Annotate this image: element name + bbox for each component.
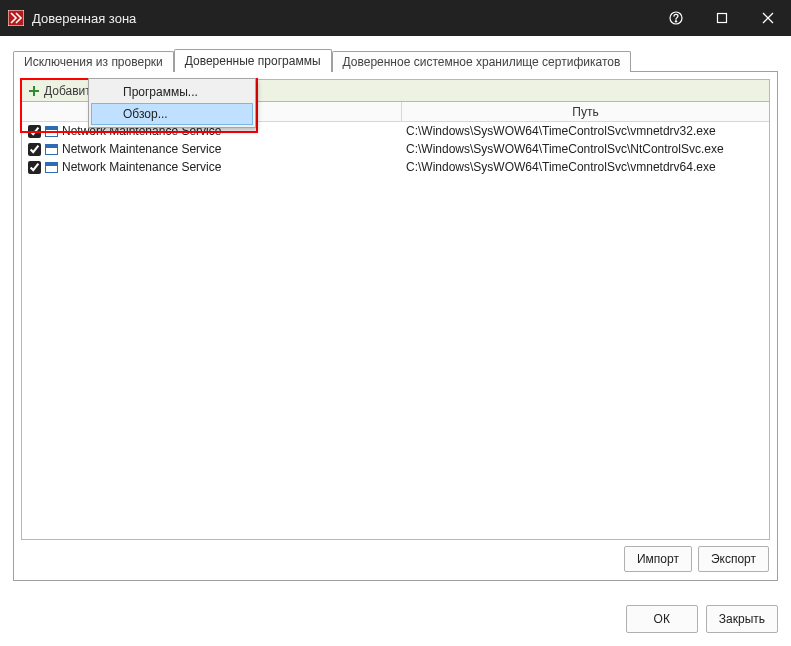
row-checkbox[interactable] — [28, 125, 41, 138]
table-body: Network Maintenance Service C:\Windows\S… — [22, 122, 769, 176]
add-button[interactable]: Добавить — [28, 84, 97, 98]
add-dropdown-menu: Программы... Обзор... — [88, 78, 256, 128]
tab-panel: Добавить Изменить Удалить Программа Путь — [13, 71, 778, 581]
close-dialog-button[interactable]: Закрыть — [706, 605, 778, 633]
app-icon — [45, 162, 58, 173]
row-path: C:\Windows\SysWOW64\TimeControlSvc\vmnet… — [402, 124, 769, 138]
btn-label: Импорт — [637, 552, 679, 566]
row-path: C:\Windows\SysWOW64\TimeControlSvc\NtCon… — [402, 142, 769, 156]
row-program: Network Maintenance Service — [62, 160, 221, 174]
app-icon — [45, 144, 58, 155]
tab-label: Доверенное системное хранилище сертифика… — [343, 55, 621, 69]
plus-icon — [28, 85, 40, 97]
help-button[interactable] — [653, 0, 699, 36]
table-row[interactable]: Network Maintenance Service C:\Windows\S… — [22, 140, 769, 158]
tabstrip: Исключения из проверки Доверенные програ… — [13, 49, 778, 71]
tab-label: Доверенные программы — [185, 54, 321, 68]
app-icon — [45, 126, 58, 137]
list-container: Добавить Изменить Удалить Программа Путь — [21, 79, 770, 540]
menu-item-browse[interactable]: Обзор... — [91, 103, 253, 125]
export-button[interactable]: Экспорт — [698, 546, 769, 572]
tab-trusted-cert-store[interactable]: Доверенное системное хранилище сертифика… — [332, 51, 632, 72]
app-logo — [8, 10, 24, 26]
row-checkbox[interactable] — [28, 161, 41, 174]
maximize-button[interactable] — [699, 0, 745, 36]
close-button[interactable] — [745, 0, 791, 36]
window-title: Доверенная зона — [32, 11, 136, 26]
tab-trusted-programs[interactable]: Доверенные программы — [174, 49, 332, 72]
row-checkbox[interactable] — [28, 143, 41, 156]
menu-item-label: Обзор... — [123, 107, 168, 121]
btn-label: Экспорт — [711, 552, 756, 566]
row-program: Network Maintenance Service — [62, 142, 221, 156]
menu-item-label: Программы... — [123, 85, 198, 99]
menu-item-programs[interactable]: Программы... — [91, 81, 253, 103]
col-path[interactable]: Путь — [402, 102, 769, 121]
svg-rect-3 — [718, 14, 727, 23]
tab-exclusions[interactable]: Исключения из проверки — [13, 51, 174, 72]
table-row[interactable]: Network Maintenance Service C:\Windows\S… — [22, 158, 769, 176]
panel-actions: Импорт Экспорт — [624, 546, 769, 572]
import-button[interactable]: Импорт — [624, 546, 692, 572]
dialog-actions: ОК Закрыть — [626, 605, 778, 633]
btn-label: Закрыть — [719, 612, 765, 626]
svg-point-2 — [675, 21, 677, 23]
row-path: C:\Windows\SysWOW64\TimeControlSvc\vmnet… — [402, 160, 769, 174]
ok-button[interactable]: ОК — [626, 605, 698, 633]
tab-label: Исключения из проверки — [24, 55, 163, 69]
btn-label: ОК — [654, 612, 670, 626]
titlebar: Доверенная зона — [0, 0, 791, 36]
